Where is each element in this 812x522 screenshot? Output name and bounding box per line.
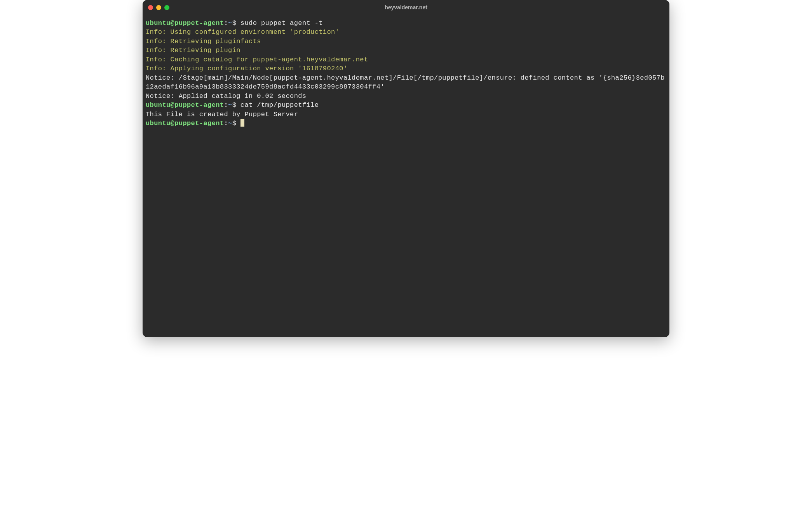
- close-icon[interactable]: [148, 5, 153, 10]
- traffic-lights: [148, 5, 169, 10]
- prompt-user-host: ubuntu@puppet-agent: [146, 19, 224, 27]
- cursor-icon: [240, 119, 244, 127]
- minimize-icon[interactable]: [156, 5, 161, 10]
- info-line: Info: Using configured environment 'prod…: [146, 28, 339, 36]
- prompt-user-host: ubuntu@puppet-agent: [146, 120, 224, 127]
- prompt-dollar: $: [232, 120, 237, 127]
- prompt-dollar: $: [232, 19, 237, 27]
- titlebar: heyvaldemar.net: [143, 0, 669, 15]
- notice-line: Notice: /Stage[main]/Main/Node[puppet-ag…: [146, 74, 665, 90]
- info-line: Info: Caching catalog for puppet-agent.h…: [146, 56, 368, 63]
- command-text: cat /tmp/puppetfile: [236, 101, 319, 109]
- prompt-path: ~: [228, 19, 232, 27]
- terminal-line: ubuntu@puppet-agent:~$: [146, 120, 244, 127]
- command-text: [236, 120, 240, 127]
- notice-line: Notice: Applied catalog in 0.02 seconds: [146, 92, 306, 100]
- terminal-line: ubuntu@puppet-agent:~$ cat /tmp/puppetfi…: [146, 101, 319, 109]
- prompt-user-host: ubuntu@puppet-agent: [146, 101, 224, 109]
- command-text: sudo puppet agent -t: [236, 19, 323, 27]
- window-title: heyvaldemar.net: [385, 4, 427, 10]
- prompt-dollar: $: [232, 101, 237, 109]
- prompt-colon: :: [224, 120, 228, 127]
- info-line: Info: Retrieving pluginfacts: [146, 38, 261, 45]
- output-line: This File is created by Puppet Server: [146, 111, 298, 118]
- info-line: Info: Applying configuration version '16…: [146, 65, 347, 72]
- prompt-path: ~: [228, 120, 232, 127]
- maximize-icon[interactable]: [164, 5, 169, 10]
- terminal-body[interactable]: ubuntu@puppet-agent:~$ sudo puppet agent…: [143, 15, 669, 337]
- prompt-colon: :: [224, 101, 228, 109]
- terminal-line: ubuntu@puppet-agent:~$ sudo puppet agent…: [146, 19, 323, 27]
- prompt-colon: :: [224, 19, 228, 27]
- terminal-window: heyvaldemar.net ubuntu@puppet-agent:~$ s…: [143, 0, 669, 337]
- info-line: Info: Retrieving plugin: [146, 47, 240, 54]
- prompt-path: ~: [228, 101, 232, 109]
